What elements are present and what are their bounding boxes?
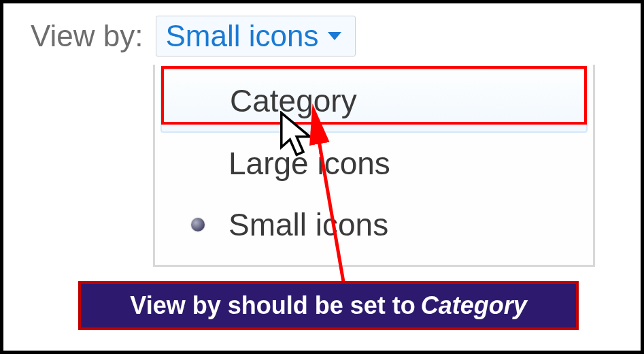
- menu-item-label: Small icons: [228, 206, 581, 243]
- menu-item-category[interactable]: Category: [160, 69, 588, 133]
- callout-emph: Category: [421, 291, 527, 320]
- view-by-label: View by:: [31, 19, 143, 53]
- view-by-row: View by: Small icons: [3, 3, 641, 63]
- callout-text: View by should be set to: [130, 291, 415, 320]
- radio-slot: [167, 218, 228, 231]
- menu-item-small-icons[interactable]: Small icons: [160, 194, 588, 255]
- radio-selected-icon: [191, 218, 205, 231]
- view-by-dropdown-menu: Category Large icons Small icons: [153, 65, 595, 267]
- menu-item-label: Large icons: [228, 145, 581, 182]
- control-panel-viewby-ui: View by: Small icons Category Large icon…: [3, 3, 641, 63]
- screenshot-canvas: View by: Small icons Category Large icon…: [3, 3, 641, 351]
- view-by-dropdown[interactable]: Small icons: [156, 16, 356, 57]
- annotation-callout: View by should be set to Category: [78, 281, 579, 330]
- dropdown-selected-text: Small icons: [166, 19, 319, 53]
- chevron-down-icon: [326, 31, 343, 42]
- menu-item-large-icons[interactable]: Large icons: [160, 133, 588, 194]
- menu-item-label: Category: [230, 82, 579, 119]
- svg-marker-0: [328, 32, 341, 40]
